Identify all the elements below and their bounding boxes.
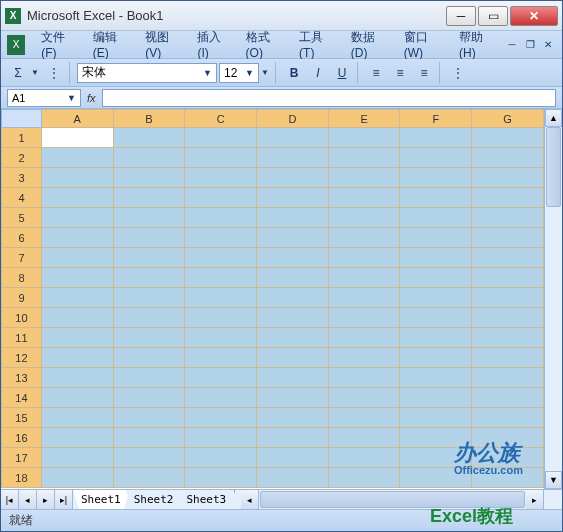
maximize-button[interactable]: ▭ — [478, 6, 508, 26]
cell[interactable] — [472, 148, 544, 168]
tab-nav-next-button[interactable]: ▸ — [37, 490, 55, 509]
cell[interactable] — [113, 368, 185, 388]
cell[interactable] — [328, 468, 400, 488]
column-header[interactable]: G — [472, 110, 544, 128]
cell[interactable] — [400, 208, 472, 228]
scroll-right-button[interactable]: ▸ — [526, 490, 544, 509]
minimize-button[interactable]: ─ — [446, 6, 476, 26]
menu-window[interactable]: 窗口(W) — [396, 26, 451, 63]
cell[interactable] — [41, 188, 113, 208]
cell[interactable] — [41, 468, 113, 488]
cell[interactable] — [41, 128, 113, 148]
cell[interactable] — [113, 428, 185, 448]
cell[interactable] — [328, 428, 400, 448]
cell[interactable] — [328, 328, 400, 348]
cell[interactable] — [185, 188, 257, 208]
menu-insert[interactable]: 插入(I) — [189, 26, 237, 63]
cell[interactable] — [257, 148, 329, 168]
cell[interactable] — [328, 288, 400, 308]
cell[interactable] — [472, 468, 544, 488]
cell[interactable] — [185, 368, 257, 388]
cell[interactable] — [257, 308, 329, 328]
app-menu-icon[interactable]: X — [7, 35, 25, 55]
cell[interactable] — [257, 328, 329, 348]
cell[interactable] — [400, 188, 472, 208]
cell[interactable] — [472, 348, 544, 368]
cell[interactable] — [472, 408, 544, 428]
cell[interactable] — [400, 228, 472, 248]
cell[interactable] — [472, 448, 544, 468]
cell[interactable] — [41, 208, 113, 228]
font-size-dropdown[interactable]: ▼ — [261, 68, 271, 77]
cell[interactable] — [400, 368, 472, 388]
cell[interactable] — [185, 228, 257, 248]
cell[interactable] — [113, 408, 185, 428]
fx-icon[interactable]: fx — [87, 92, 96, 104]
autosum-dropdown[interactable]: ▼ — [31, 68, 41, 77]
cell[interactable] — [257, 348, 329, 368]
cell[interactable] — [113, 268, 185, 288]
cell[interactable] — [472, 248, 544, 268]
cell[interactable] — [472, 188, 544, 208]
cell[interactable] — [257, 428, 329, 448]
cell[interactable] — [185, 328, 257, 348]
row-header[interactable]: 14 — [2, 388, 42, 408]
cell[interactable] — [400, 328, 472, 348]
cell[interactable] — [257, 288, 329, 308]
tab-nav-prev-button[interactable]: ◂ — [19, 490, 37, 509]
cell[interactable] — [41, 428, 113, 448]
horizontal-scrollbar[interactable]: ◂ ▸ — [241, 490, 544, 509]
cell[interactable] — [257, 188, 329, 208]
row-header[interactable]: 8 — [2, 268, 42, 288]
cell[interactable] — [41, 408, 113, 428]
cell[interactable] — [257, 248, 329, 268]
cell[interactable] — [257, 468, 329, 488]
row-header[interactable]: 4 — [2, 188, 42, 208]
close-button[interactable]: ✕ — [510, 6, 558, 26]
cell[interactable] — [472, 388, 544, 408]
cell[interactable] — [472, 308, 544, 328]
cell[interactable] — [185, 348, 257, 368]
cell[interactable] — [185, 428, 257, 448]
cell[interactable] — [328, 148, 400, 168]
cell[interactable] — [328, 188, 400, 208]
font-name-selector[interactable]: 宋体 ▼ — [77, 63, 217, 83]
cell[interactable] — [185, 248, 257, 268]
cell[interactable] — [41, 288, 113, 308]
column-header[interactable]: D — [257, 110, 329, 128]
mdi-restore-button[interactable]: ❐ — [522, 38, 538, 52]
cell[interactable] — [472, 368, 544, 388]
cell[interactable] — [400, 288, 472, 308]
hscroll-thumb[interactable] — [260, 491, 525, 508]
cell[interactable] — [328, 368, 400, 388]
cell[interactable] — [113, 208, 185, 228]
toolbar-options-icon[interactable]: ⋮ — [43, 62, 65, 84]
column-header[interactable]: B — [113, 110, 185, 128]
cell[interactable] — [185, 408, 257, 428]
cell[interactable] — [400, 168, 472, 188]
autosum-button[interactable]: Σ — [7, 62, 29, 84]
cell[interactable] — [400, 448, 472, 468]
cell[interactable] — [400, 308, 472, 328]
row-header[interactable]: 16 — [2, 428, 42, 448]
cell[interactable] — [113, 388, 185, 408]
cell[interactable] — [328, 228, 400, 248]
cell[interactable] — [472, 168, 544, 188]
cell[interactable] — [41, 328, 113, 348]
menu-view[interactable]: 视图(V) — [137, 26, 189, 63]
cell[interactable] — [41, 448, 113, 468]
select-all-corner[interactable] — [2, 110, 42, 128]
bold-button[interactable]: B — [283, 62, 305, 84]
cell[interactable] — [41, 388, 113, 408]
align-right-button[interactable]: ≡ — [413, 62, 435, 84]
cell[interactable] — [41, 348, 113, 368]
cell[interactable] — [472, 228, 544, 248]
cell[interactable] — [257, 368, 329, 388]
menu-help[interactable]: 帮助(H) — [451, 26, 504, 63]
cell[interactable] — [328, 348, 400, 368]
cell[interactable] — [113, 148, 185, 168]
cell[interactable] — [472, 288, 544, 308]
row-header[interactable]: 3 — [2, 168, 42, 188]
cell[interactable] — [328, 268, 400, 288]
name-box[interactable]: A1 ▼ — [7, 89, 81, 107]
